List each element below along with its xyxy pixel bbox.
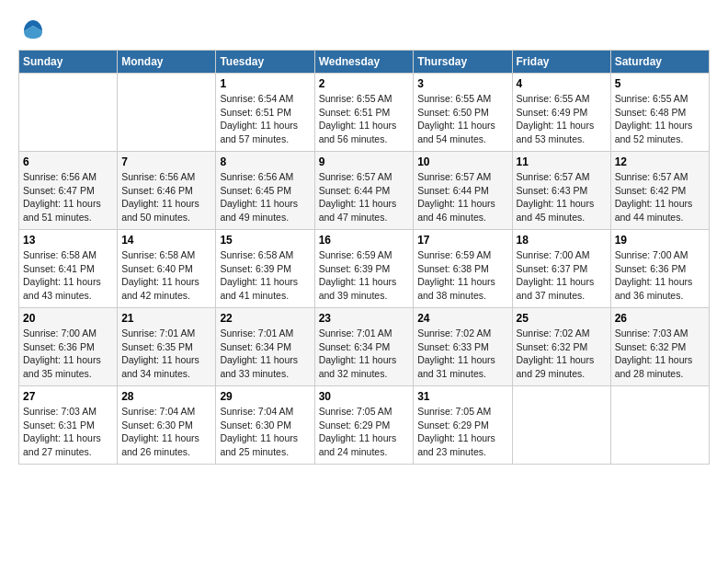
cell-info: Sunrise: 6:58 AMSunset: 6:39 PMDaylight:…: [220, 248, 310, 303]
calendar-cell: 22Sunrise: 7:01 AMSunset: 6:34 PMDayligh…: [216, 308, 314, 386]
page-header: [18, 18, 710, 40]
day-number: 9: [319, 155, 410, 168]
calendar-cell: 31Sunrise: 7:05 AMSunset: 6:29 PMDayligh…: [414, 386, 512, 465]
calendar-cell: 11Sunrise: 6:57 AMSunset: 6:43 PMDayligh…: [512, 152, 610, 230]
calendar-cell: 9Sunrise: 6:57 AMSunset: 6:44 PMDaylight…: [314, 152, 414, 230]
cell-info: Sunrise: 6:57 AMSunset: 6:43 PMDaylight:…: [517, 170, 607, 224]
cell-info: Sunrise: 7:02 AMSunset: 6:33 PMDaylight:…: [417, 327, 507, 381]
day-number: 13: [23, 234, 113, 247]
day-number: 4: [517, 77, 607, 90]
cell-info: Sunrise: 6:57 AMSunset: 6:44 PMDaylight:…: [417, 170, 507, 224]
cell-info: Sunrise: 7:01 AMSunset: 6:34 PMDaylight:…: [220, 327, 310, 381]
day-number: 22: [220, 312, 310, 325]
calendar-cell: 25Sunrise: 7:02 AMSunset: 6:32 PMDayligh…: [512, 308, 610, 386]
day-number: 31: [417, 390, 507, 403]
calendar-table: SundayMondayTuesdayWednesdayThursdayFrid…: [18, 50, 710, 465]
day-number: 30: [319, 390, 410, 403]
day-number: 19: [615, 234, 705, 247]
cell-info: Sunrise: 7:00 AMSunset: 6:36 PMDaylight:…: [615, 248, 705, 303]
day-number: 10: [417, 155, 507, 168]
calendar-cell: 2Sunrise: 6:55 AMSunset: 6:51 PMDaylight…: [314, 74, 414, 152]
calendar-cell: 3Sunrise: 6:55 AMSunset: 6:50 PMDaylight…: [414, 74, 512, 152]
day-number: 16: [319, 234, 410, 247]
calendar-cell: [19, 74, 118, 152]
calendar-cell: 27Sunrise: 7:03 AMSunset: 6:31 PMDayligh…: [19, 386, 118, 465]
calendar-cell: 26Sunrise: 7:03 AMSunset: 6:32 PMDayligh…: [610, 308, 709, 386]
calendar-cell: 5Sunrise: 6:55 AMSunset: 6:48 PMDaylight…: [610, 74, 709, 152]
calendar-cell: 19Sunrise: 7:00 AMSunset: 6:36 PMDayligh…: [610, 230, 709, 308]
day-number: 1: [220, 77, 310, 90]
cell-info: Sunrise: 7:00 AMSunset: 6:36 PMDaylight:…: [23, 327, 113, 381]
calendar-cell: [118, 74, 216, 152]
calendar-cell: [512, 386, 610, 465]
day-number: 17: [417, 234, 507, 247]
cell-info: Sunrise: 7:01 AMSunset: 6:35 PMDaylight:…: [121, 327, 211, 381]
day-header-tuesday: Tuesday: [216, 51, 314, 74]
week-row-4: 20Sunrise: 7:00 AMSunset: 6:36 PMDayligh…: [19, 308, 710, 386]
calendar-cell: 8Sunrise: 6:56 AMSunset: 6:45 PMDaylight…: [216, 152, 314, 230]
calendar-cell: 6Sunrise: 6:56 AMSunset: 6:47 PMDaylight…: [19, 152, 118, 230]
week-row-5: 27Sunrise: 7:03 AMSunset: 6:31 PMDayligh…: [19, 386, 710, 465]
calendar-cell: 12Sunrise: 6:57 AMSunset: 6:42 PMDayligh…: [610, 152, 709, 230]
cell-info: Sunrise: 6:55 AMSunset: 6:50 PMDaylight:…: [417, 92, 507, 146]
cell-info: Sunrise: 7:01 AMSunset: 6:34 PMDaylight:…: [319, 327, 410, 381]
day-number: 27: [23, 390, 113, 403]
cell-info: Sunrise: 7:03 AMSunset: 6:32 PMDaylight:…: [615, 327, 705, 381]
day-number: 7: [121, 155, 211, 168]
calendar-cell: 28Sunrise: 7:04 AMSunset: 6:30 PMDayligh…: [118, 386, 216, 465]
day-number: 26: [615, 312, 705, 325]
calendar-cell: 4Sunrise: 6:55 AMSunset: 6:49 PMDaylight…: [512, 74, 610, 152]
calendar-cell: 23Sunrise: 7:01 AMSunset: 6:34 PMDayligh…: [314, 308, 414, 386]
cell-info: Sunrise: 6:56 AMSunset: 6:46 PMDaylight:…: [121, 170, 211, 224]
day-number: 11: [517, 155, 607, 168]
calendar-cell: 24Sunrise: 7:02 AMSunset: 6:33 PMDayligh…: [414, 308, 512, 386]
cell-info: Sunrise: 6:58 AMSunset: 6:40 PMDaylight:…: [121, 248, 211, 303]
week-row-2: 6Sunrise: 6:56 AMSunset: 6:47 PMDaylight…: [19, 152, 710, 230]
day-number: 29: [220, 390, 310, 403]
cell-info: Sunrise: 7:04 AMSunset: 6:30 PMDaylight:…: [121, 405, 211, 459]
calendar-cell: [610, 386, 709, 465]
day-number: 6: [23, 155, 113, 168]
day-number: 23: [319, 312, 410, 325]
week-row-3: 13Sunrise: 6:58 AMSunset: 6:41 PMDayligh…: [19, 230, 710, 308]
calendar-cell: 13Sunrise: 6:58 AMSunset: 6:41 PMDayligh…: [19, 230, 118, 308]
calendar-cell: 20Sunrise: 7:00 AMSunset: 6:36 PMDayligh…: [19, 308, 118, 386]
calendar-cell: 16Sunrise: 6:59 AMSunset: 6:39 PMDayligh…: [314, 230, 414, 308]
cell-info: Sunrise: 7:02 AMSunset: 6:32 PMDaylight:…: [517, 327, 607, 381]
day-number: 24: [417, 312, 507, 325]
cell-info: Sunrise: 7:00 AMSunset: 6:37 PMDaylight:…: [517, 248, 607, 303]
day-number: 2: [319, 77, 410, 90]
day-header-thursday: Thursday: [414, 51, 512, 74]
day-number: 28: [121, 390, 211, 403]
calendar-cell: 29Sunrise: 7:04 AMSunset: 6:30 PMDayligh…: [216, 386, 314, 465]
logo-icon: [22, 18, 44, 40]
week-row-1: 1Sunrise: 6:54 AMSunset: 6:51 PMDaylight…: [19, 74, 710, 152]
calendar-cell: 17Sunrise: 6:59 AMSunset: 6:38 PMDayligh…: [414, 230, 512, 308]
cell-info: Sunrise: 6:56 AMSunset: 6:47 PMDaylight:…: [23, 170, 113, 224]
day-number: 3: [417, 77, 507, 90]
calendar-cell: 18Sunrise: 7:00 AMSunset: 6:37 PMDayligh…: [512, 230, 610, 308]
calendar-cell: 14Sunrise: 6:58 AMSunset: 6:40 PMDayligh…: [118, 230, 216, 308]
cell-info: Sunrise: 6:55 AMSunset: 6:49 PMDaylight:…: [517, 92, 607, 146]
logo: [18, 18, 44, 40]
day-header-wednesday: Wednesday: [314, 51, 414, 74]
day-number: 15: [220, 234, 310, 247]
calendar-cell: 21Sunrise: 7:01 AMSunset: 6:35 PMDayligh…: [118, 308, 216, 386]
day-number: 25: [517, 312, 607, 325]
cell-info: Sunrise: 7:05 AMSunset: 6:29 PMDaylight:…: [417, 405, 507, 459]
cell-info: Sunrise: 6:55 AMSunset: 6:51 PMDaylight:…: [319, 92, 410, 146]
day-number: 5: [615, 77, 705, 90]
cell-info: Sunrise: 6:59 AMSunset: 6:39 PMDaylight:…: [319, 248, 410, 303]
day-number: 21: [121, 312, 211, 325]
cell-info: Sunrise: 6:54 AMSunset: 6:51 PMDaylight:…: [220, 92, 310, 146]
cell-info: Sunrise: 7:04 AMSunset: 6:30 PMDaylight:…: [220, 405, 310, 459]
day-header-monday: Monday: [118, 51, 216, 74]
cell-info: Sunrise: 6:57 AMSunset: 6:44 PMDaylight:…: [319, 170, 410, 224]
cell-info: Sunrise: 6:55 AMSunset: 6:48 PMDaylight:…: [615, 92, 705, 146]
cell-info: Sunrise: 6:57 AMSunset: 6:42 PMDaylight:…: [615, 170, 705, 224]
calendar-cell: 10Sunrise: 6:57 AMSunset: 6:44 PMDayligh…: [414, 152, 512, 230]
calendar-cell: 1Sunrise: 6:54 AMSunset: 6:51 PMDaylight…: [216, 74, 314, 152]
cell-info: Sunrise: 6:59 AMSunset: 6:38 PMDaylight:…: [417, 248, 507, 303]
calendar-cell: 15Sunrise: 6:58 AMSunset: 6:39 PMDayligh…: [216, 230, 314, 308]
calendar-cell: 7Sunrise: 6:56 AMSunset: 6:46 PMDaylight…: [118, 152, 216, 230]
